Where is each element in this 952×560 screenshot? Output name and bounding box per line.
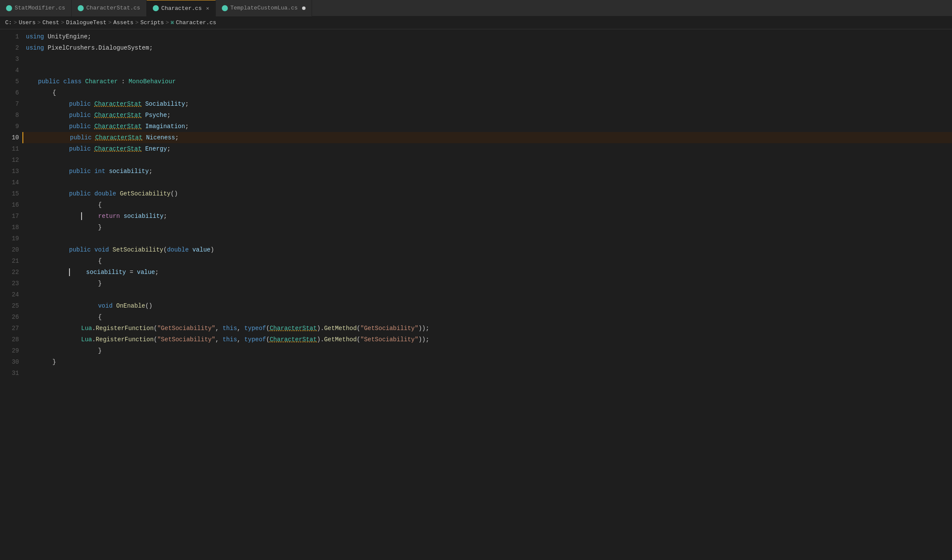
tab-label-template: TemplateCustomLua.cs (230, 5, 298, 11)
code-line-9: public CharacterStat Imagination; (22, 121, 952, 132)
code-line-29: } (22, 345, 952, 356)
code-line-6: { (22, 87, 952, 98)
tab-template[interactable]: TemplateCustomLua.cs (216, 0, 312, 16)
code-line-1: using UnityEngine; (22, 31, 952, 42)
code-line-26: { (22, 311, 952, 323)
tab-close-character[interactable]: ✕ (206, 5, 209, 12)
code-line-30: } (22, 356, 952, 368)
code-line-3 (22, 53, 952, 65)
code-line-24 (22, 289, 952, 300)
tab-dot-template (302, 6, 306, 10)
code-line-25: void OnEnable() (22, 300, 952, 311)
code-line-23: } (22, 278, 952, 289)
code-line-4 (22, 65, 952, 76)
code-line-15: public double GetSociability() (22, 188, 952, 199)
tab-icon-character-stat (78, 5, 84, 11)
code-line-8: public CharacterStat Psyche; (22, 110, 952, 121)
tab-label-character: Character.cs (161, 5, 202, 12)
code-line-17: return sociability; (22, 211, 952, 222)
breadcrumb-chest[interactable]: Chest (42, 19, 59, 26)
tab-stat-modifier[interactable]: StatModifier.cs (0, 0, 72, 16)
code-line-5: public class Character : MonoBehaviour (22, 76, 952, 87)
code-line-7: public CharacterStat Sociability; (22, 98, 952, 110)
editor: 1 2 3 4 5 6 7 8 9 10 11 12 13 14 15 16 1… (0, 29, 952, 381)
tab-icon-stat-modifier (6, 5, 12, 11)
code-line-11: public CharacterStat Energy; (22, 143, 952, 154)
code-line-12 (22, 154, 952, 166)
code-line-22: sociability = value; (22, 267, 952, 278)
breadcrumb-c[interactable]: C: (5, 19, 12, 26)
code-line-13: public int sociability; (22, 166, 952, 177)
tab-label-character-stat: CharacterStat.cs (86, 5, 140, 11)
breadcrumb-filename[interactable]: Character.cs (176, 19, 216, 26)
code-line-19 (22, 233, 952, 244)
code-line-10: public CharacterStat Niceness; (22, 132, 952, 143)
breadcrumb-assets[interactable]: Assets (113, 19, 134, 26)
tab-label-stat-modifier: StatModifier.cs (15, 5, 65, 11)
code-line-21: { (22, 255, 952, 267)
code-line-28: Lua.RegisterFunction("SetSociability", t… (22, 334, 952, 345)
code-content[interactable]: using UnityEngine; using PixelCrushers.D… (22, 29, 952, 381)
code-line-31 (22, 368, 952, 379)
code-line-27: Lua.RegisterFunction("GetSociability", t… (22, 323, 952, 334)
breadcrumb-scripts[interactable]: Scripts (140, 19, 164, 26)
breadcrumb: C: > Users > Chest > DialogueTest > Asse… (0, 16, 952, 29)
breadcrumb-users[interactable]: Users (19, 19, 35, 26)
code-line-14 (22, 177, 952, 188)
tab-icon-template (222, 5, 228, 11)
code-line-2: using PixelCrushers.DialogueSystem; (22, 42, 952, 53)
tab-character[interactable]: Character.cs ✕ (147, 0, 216, 16)
code-line-18: } (22, 222, 952, 233)
code-line-20: public void SetSociability(double value) (22, 244, 952, 255)
breadcrumb-dialoguetest[interactable]: DialogueTest (66, 19, 107, 26)
code-line-16: { (22, 199, 952, 211)
tab-bar: StatModifier.cs CharacterStat.cs Charact… (0, 0, 952, 16)
tab-character-stat[interactable]: CharacterStat.cs (72, 0, 147, 16)
tab-icon-character (153, 5, 159, 11)
line-numbers: 1 2 3 4 5 6 7 8 9 10 11 12 13 14 15 16 1… (0, 29, 22, 381)
